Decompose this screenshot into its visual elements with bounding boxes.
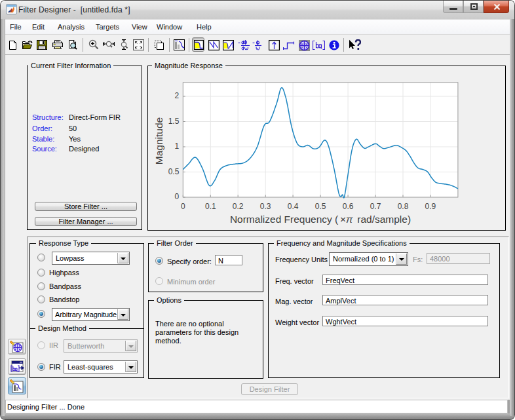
svg-text:0.7: 0.7 bbox=[370, 202, 381, 211]
svg-text:Normalized Frequency ( ×π rad: Normalized Frequency ( ×π rad/sample) bbox=[230, 214, 411, 225]
svg-text:2: 2 bbox=[175, 91, 180, 100]
svg-text:0.8: 0.8 bbox=[398, 202, 409, 211]
svg-text:0: 0 bbox=[181, 202, 185, 211]
svg-text:0.6: 0.6 bbox=[343, 202, 354, 211]
svg-text:0.2: 0.2 bbox=[233, 202, 244, 211]
svg-text:0.4: 0.4 bbox=[288, 202, 299, 211]
svg-text:0.3: 0.3 bbox=[260, 202, 271, 211]
svg-text:0.9: 0.9 bbox=[425, 202, 436, 211]
svg-text:0.1: 0.1 bbox=[205, 202, 216, 211]
svg-text:0: 0 bbox=[175, 192, 180, 201]
svg-text:0.5: 0.5 bbox=[315, 202, 326, 211]
